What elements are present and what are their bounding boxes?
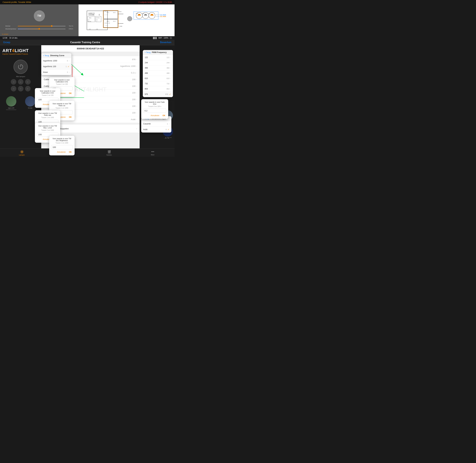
tw-ext-ok[interactable]: OK — [68, 151, 73, 153]
dimmer-track[interactable] — [18, 26, 66, 26]
cal-ch2-popup-title: Voer waarde in voor Calibration CH2 — [37, 90, 58, 94]
power-button[interactable] — [13, 60, 28, 74]
svg-text:DA  DA: DA DA — [88, 21, 91, 22]
pwm-item-488[interactable]: 488 488 › — [143, 71, 173, 76]
tw-ext-input[interactable] — [51, 145, 73, 149]
lampen-tab-label: Lampen — [19, 154, 25, 156]
pwm-item-732[interactable]: 732 732 › — [143, 81, 173, 86]
icon-row-2: ◁ ▽ ▷ — [2, 86, 39, 91]
scenes-tab-label: Scènes — [106, 154, 112, 156]
cal-ch2-value: 100 › — [132, 85, 137, 87]
svg-text:9  10 11 12: 9 10 11 12 — [105, 23, 110, 24]
battery-display: 100% — [163, 37, 168, 39]
status-right: ▌▌▌ WiFi 100% ⬛ — [153, 37, 172, 39]
svg-text:CH 2: CH 2 — [113, 12, 116, 13]
fade-value: 0.2 s › — [131, 71, 137, 74]
pwm-item-366[interactable]: 366 366 › — [143, 65, 173, 71]
groep-label: Groep — [28, 107, 32, 109]
svg-text:211 Watt: 211 Watt — [160, 14, 166, 16]
icon-6[interactable]: ▷ — [25, 86, 31, 91]
alle-lampen-label: Alle lampen — [2, 76, 39, 78]
wiring-diagram-panel: XLED4 CV CASAMBI (( DALI 1 2 DA DA DC IN… — [79, 4, 175, 36]
pushbtn-value: Arditi › — [131, 118, 137, 121]
dimmer-slider-row: Dimmer 70,6 % — [5, 25, 73, 27]
tab-scenes[interactable]: 🎬 Scènes — [103, 150, 115, 156]
dimming-linear[interactable]: linear 2 › — [41, 70, 71, 75]
pwm-item-610[interactable]: 610 610 › — [143, 76, 173, 81]
pwm-popup-header: < Terug PWM Frequency — [143, 50, 173, 55]
right-panel: < Terug PWM Frequency 122 122 › 244 244 … — [140, 45, 175, 148]
tw-ext-value: 100 › — [132, 112, 137, 114]
signs-left-slider[interactable] — [6, 109, 16, 110]
color-temp-thumb[interactable] — [38, 28, 40, 30]
svg-text:(+): (+) — [149, 13, 150, 14]
tab-lampen[interactable]: 🔆 Lampen — [16, 150, 28, 156]
pwm-back-btn[interactable]: < Terug — [145, 51, 150, 53]
thumb-img-signs-left — [6, 96, 16, 107]
cal-ch2-chevron: › — [136, 85, 137, 87]
fade-popup-subtitle: Tussen 0 en 100 s — [143, 106, 166, 107]
tw-ratio-cw-ok[interactable]: OK — [68, 116, 73, 119]
icon-5[interactable]: ▽ — [18, 86, 24, 91]
svg-text:DALI: DALI — [89, 17, 92, 18]
fade-popup-title: Voer waarde in voor Fade time — [143, 101, 166, 105]
tw-ratio-cw-chevron: › — [136, 92, 137, 94]
btw-label: ...B-TW *** — [164, 137, 172, 139]
tw-ratio-ww-chevron: › — [136, 98, 137, 101]
icon-row-1: ◁ △ ▷ — [2, 79, 39, 85]
color-temp-track[interactable] — [18, 29, 66, 29]
color-temp-value: 3750 K — [67, 28, 73, 30]
icon-2[interactable]: △ — [18, 79, 24, 85]
pwm-item-244[interactable]: 244 244 › — [143, 60, 173, 65]
svg-text:5  6  7  8: 5 6 7 8 — [105, 11, 108, 12]
fade-cancel-btn[interactable]: Annuleren — [150, 114, 160, 117]
dimmer-thumb[interactable] — [51, 25, 53, 27]
pushbtn-casambi[interactable]: Casambi 1 › — [141, 121, 171, 127]
tw-circle: TW — [34, 10, 45, 21]
pushbtn-arditi[interactable]: Arditi 0 ✓ — [141, 127, 171, 133]
svg-text:−X2: −X2 — [96, 28, 98, 30]
pwm-item-854[interactable]: 854 854 › — [143, 86, 173, 92]
nav-center: Casambi Training Centre — [70, 41, 100, 44]
thumb-signs-left[interactable]: signs left — [2, 96, 20, 110]
signal-icon: ▌▌▌ — [153, 37, 157, 39]
pwm-item-122[interactable]: 122 122 › — [143, 55, 173, 60]
cal-ch1-chevron: › — [136, 78, 137, 81]
svg-text:(ww): (ww) — [136, 13, 138, 14]
svg-text:−X1: −X1 — [88, 28, 91, 30]
tab-meer[interactable]: ••• Meer — [146, 150, 159, 156]
top-banner: Casambi profile; Tunable White 2 outputs… — [0, 0, 175, 4]
svg-text:+  −  +  −: + − + − — [105, 14, 108, 15]
svg-text:1    2: 1 2 — [88, 19, 89, 20]
fade-popup-input[interactable] — [143, 108, 166, 113]
tw-max-value: 100 › — [132, 105, 137, 107]
wiring-svg: XLED4 CV CASAMBI (( DALI 1 2 DA DA DC IN… — [80, 6, 173, 35]
power-icon — [18, 64, 24, 70]
fade-ok-btn[interactable]: OK — [161, 114, 166, 117]
pwm-popup-title: PWM Frequency — [152, 51, 167, 53]
icon-4[interactable]: ◁ — [11, 86, 16, 91]
cal-ch1-popup-title: Voer waarde in voor Calibration CH1 — [51, 79, 73, 83]
pwm-popup: < Terug PWM Frequency 122 122 › 244 244 … — [143, 50, 173, 97]
battery-icon: ⬛ — [170, 37, 172, 39]
pwm-item-976[interactable]: 976 976 ✓ — [143, 92, 173, 97]
signs-left-label: signs left — [8, 107, 14, 109]
tw-ext-cancel[interactable]: Annuleren — [56, 151, 67, 153]
dimming-back-btn[interactable]: < Terug — [43, 55, 49, 56]
svg-text:CH 4: CH 4 — [113, 21, 116, 22]
meer-tab-label: Meer — [151, 154, 155, 156]
dimming-log1000[interactable]: logarithmic 1000 0 › — [41, 58, 71, 64]
tagline: Importer Casambi Enabled Products — [2, 53, 39, 55]
cal-ch1-ok[interactable]: OK — [68, 92, 73, 95]
tw-ext-popup: Voer waarde in voor TW Ext. Brightness T… — [49, 136, 75, 155]
svg-point-29 — [127, 16, 132, 21]
tw-ratio-ww-popup-subtitle: Tussen 1 en 1000 — [37, 117, 58, 118]
dimmer-fill — [18, 26, 52, 26]
wifi-icon: WiFi — [158, 37, 162, 39]
nav-right[interactable]: Bewerken — [160, 41, 171, 44]
icon-3[interactable]: ▷ — [25, 79, 31, 85]
top-images-area: TW Dimmer 70,6 % Kleurtemperatuur 3750 K… — [0, 4, 175, 36]
icon-1[interactable]: ◁ — [11, 79, 16, 85]
nav-left[interactable]: Groep — [3, 41, 10, 44]
dimming-log100[interactable]: logarithmic 100 1 ✓ — [41, 64, 71, 70]
